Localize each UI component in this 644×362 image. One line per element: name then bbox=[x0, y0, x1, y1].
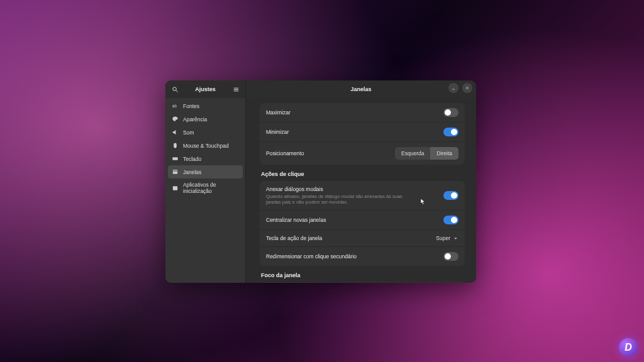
sidebar-item-sound[interactable]: Som bbox=[165, 126, 245, 139]
sidebar-item-keyboard[interactable]: Teclado bbox=[165, 152, 245, 165]
sidebar-item-label: Fontes bbox=[183, 103, 199, 109]
row-label: Centralizar novas janelas bbox=[266, 217, 326, 223]
close-window-button[interactable] bbox=[462, 83, 472, 93]
row-placement: Posicionamento Esquerda Direita bbox=[260, 142, 465, 165]
svg-point-0 bbox=[172, 87, 176, 90]
keyboard-icon bbox=[172, 155, 179, 162]
mouse-icon bbox=[172, 142, 179, 149]
window-focus-section-title: Foco da janela bbox=[261, 272, 465, 278]
click-actions-group: Anexar diálogos modais Quando ativado, j… bbox=[260, 181, 465, 266]
placement-right-button[interactable]: Direita bbox=[430, 147, 458, 160]
sidebar-item-label: Aplicativos de inicialização bbox=[183, 182, 239, 194]
tweaks-window: Ajustes ab Fontes Aparência Som Mouse & … bbox=[165, 80, 476, 283]
center-new-switch[interactable] bbox=[443, 216, 458, 224]
main-panel: Janelas Maximizar Minimizar Posicionamen… bbox=[246, 80, 476, 283]
titlebar-group: Maximizar Minimizar Posicionamento Esque… bbox=[260, 103, 465, 165]
row-maximize: Maximizar bbox=[260, 103, 465, 123]
window-controls bbox=[448, 83, 472, 93]
sidebar-item-fonts[interactable]: ab Fontes bbox=[165, 99, 245, 112]
focus-header-row: Foco da janela Clique para obter foco bbox=[260, 282, 465, 283]
sidebar: Ajustes ab Fontes Aparência Som Mouse & … bbox=[165, 80, 246, 283]
resize-secondary-switch[interactable] bbox=[443, 252, 458, 261]
sound-icon bbox=[172, 129, 179, 136]
window-focus-group: Foco da janela Clique para obter foco Cl… bbox=[260, 282, 465, 283]
windows-icon bbox=[172, 168, 179, 175]
placement-segmented: Esquerda Direita bbox=[395, 147, 458, 160]
chevron-down-icon bbox=[453, 236, 458, 241]
svg-line-1 bbox=[175, 90, 177, 92]
row-label: Anexar diálogos modais bbox=[266, 186, 411, 192]
svg-rect-6 bbox=[174, 143, 177, 148]
svg-rect-7 bbox=[172, 157, 177, 160]
svg-text:ab: ab bbox=[172, 104, 177, 108]
sidebar-item-windows[interactable]: Janelas bbox=[168, 165, 243, 178]
sidebar-item-mouse[interactable]: Mouse & Touchpad bbox=[165, 139, 245, 152]
watermark-letter: D bbox=[625, 342, 632, 353]
sidebar-item-label: Mouse & Touchpad bbox=[183, 143, 229, 149]
sidebar-item-label: Teclado bbox=[183, 156, 201, 162]
sidebar-item-label: Janelas bbox=[183, 169, 201, 175]
row-minimize: Minimizar bbox=[260, 123, 465, 142]
sidebar-item-label: Aparência bbox=[183, 116, 207, 123]
close-icon bbox=[465, 85, 470, 90]
svg-rect-10 bbox=[173, 186, 177, 190]
watermark-logo: D bbox=[619, 338, 638, 357]
sidebar-item-label: Som bbox=[183, 129, 194, 136]
search-icon bbox=[172, 86, 179, 93]
dropdown-value: Super bbox=[436, 235, 450, 241]
row-subtitle: Quando ativado, janelas de diálogo modal… bbox=[266, 194, 411, 205]
sidebar-list: ab Fontes Aparência Som Mouse & Touchpad… bbox=[165, 98, 245, 283]
hamburger-icon bbox=[233, 86, 240, 93]
content-area[interactable]: Maximizar Minimizar Posicionamento Esque… bbox=[246, 98, 476, 283]
sidebar-item-appearance[interactable]: Aparência bbox=[165, 112, 245, 126]
search-button[interactable] bbox=[169, 84, 180, 95]
click-actions-section-title: Ações de clique bbox=[261, 171, 465, 177]
svg-rect-8 bbox=[173, 170, 177, 173]
minimize-icon bbox=[451, 85, 456, 90]
main-title: Janelas bbox=[350, 86, 371, 92]
row-label: Tecla de ação de janela bbox=[266, 235, 322, 241]
startup-icon bbox=[172, 185, 179, 192]
minimize-window-button[interactable] bbox=[448, 83, 458, 93]
minimize-switch[interactable] bbox=[443, 128, 458, 136]
row-label: Maximizar bbox=[266, 109, 291, 116]
action-key-dropdown[interactable]: Super bbox=[436, 235, 458, 241]
appearance-icon bbox=[172, 116, 179, 123]
maximize-switch[interactable] bbox=[443, 108, 458, 117]
row-center-new: Centralizar novas janelas bbox=[260, 211, 465, 230]
sidebar-header: Ajustes bbox=[165, 80, 245, 98]
main-header: Janelas bbox=[246, 80, 476, 98]
sidebar-item-startup[interactable]: Aplicativos de inicialização bbox=[165, 178, 245, 197]
row-label: Redimensionar com clique secundário bbox=[266, 253, 357, 260]
row-resize-secondary: Redimensionar com clique secundário bbox=[260, 247, 465, 266]
row-attach-modal: Anexar diálogos modais Quando ativado, j… bbox=[260, 181, 465, 211]
row-label: Posicionamento bbox=[266, 150, 304, 156]
row-label: Minimizar bbox=[266, 129, 289, 135]
menu-button[interactable] bbox=[230, 84, 242, 95]
fonts-icon: ab bbox=[172, 102, 179, 109]
attach-modal-switch[interactable] bbox=[443, 191, 458, 200]
row-action-key: Tecla de ação de janela Super bbox=[260, 230, 465, 247]
placement-left-button[interactable]: Esquerda bbox=[395, 147, 430, 160]
sidebar-title: Ajustes bbox=[180, 86, 230, 92]
